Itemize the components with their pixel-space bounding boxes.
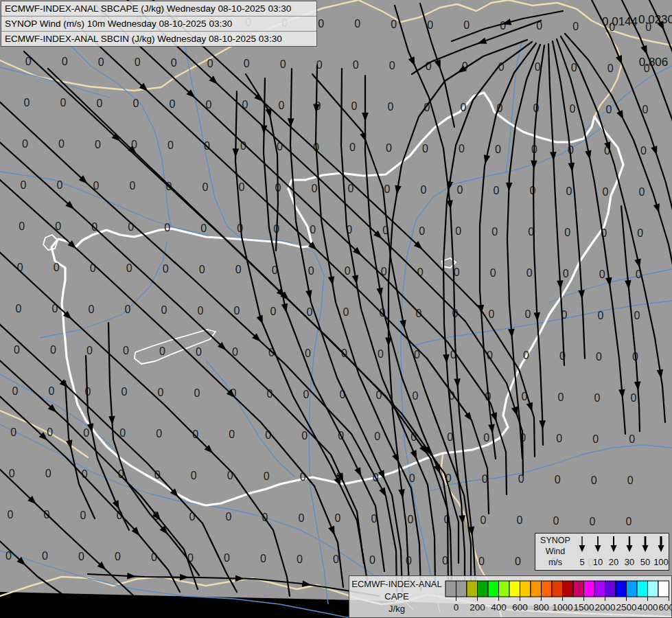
sbcin-grid-value: 0 — [500, 20, 506, 32]
map-title-line-2: SYNOP Wind (m/s) 10m Wednesday 08-10-202… — [1, 16, 316, 32]
wind-speed-arrow-icon — [627, 536, 633, 552]
sbcin-grid-value: 0 — [455, 225, 461, 237]
cape-legend-title-line: J/kg — [349, 603, 444, 615]
sbcin-grid-value: 0 — [523, 350, 529, 361]
cape-tick-label: 200 — [470, 602, 485, 613]
cape-color-swatch — [605, 581, 616, 597]
arrow-head — [579, 545, 586, 552]
cape-color-swatch — [658, 581, 669, 597]
sbcin-grid-value: 0 — [558, 391, 564, 403]
sbcin-grid-value: 0 — [169, 98, 175, 110]
cape-tick-label: 0 — [454, 602, 459, 613]
sbcin-grid-value: 0 — [161, 304, 167, 316]
sbcin-grid-value: 0 — [197, 305, 203, 317]
sbcin-grid-value: 0 — [200, 222, 207, 234]
sbcin-grid-value: 0 — [419, 225, 425, 237]
sbcin-grid-value: 0 — [225, 511, 231, 523]
sbcin-grid-value: 0 — [594, 392, 601, 404]
sbcin-grid-value: 0 — [566, 185, 572, 197]
sbcin-grid-value: 0 — [80, 510, 86, 521]
sbcin-grid-value: 0 — [164, 222, 170, 233]
sbcin-grid-value: 0 — [354, 18, 360, 30]
map-title-line-1: ECMWF-INDEX-ANAL SBCAPE (J/kg) Wednesday… — [1, 1, 316, 16]
cape-tick-label: 4000 — [637, 602, 658, 613]
cape-color-swatch — [509, 581, 520, 597]
sbcin-grid-value: 0 — [591, 474, 597, 486]
sbcin-grid-value: 0 — [124, 304, 130, 315]
station-value: 0.0230 — [638, 13, 672, 26]
sbcin-grid-value: 0 — [634, 310, 640, 321]
sbcin-grid-value: 0 — [596, 351, 602, 363]
sbcin-grid-value: 0 — [167, 139, 174, 151]
sbcin-grid-value: 0 — [459, 143, 465, 154]
sbcin-grid-value: 0 — [334, 512, 340, 524]
wind-speed-arrow-icon — [658, 536, 664, 552]
wind-speed-label: 20 — [609, 557, 618, 567]
sbcin-grid-value: 0 — [15, 303, 21, 314]
sbcin-grid-value: 0 — [572, 21, 579, 32]
sbcin-grid-value: 0 — [21, 179, 27, 191]
sbcin-grid-value: 0 — [515, 556, 521, 567]
sbcin-grid-value: 0 — [605, 104, 612, 115]
sbcin-grid-value: 0 — [422, 143, 428, 154]
cape-color-swatch — [520, 581, 531, 597]
sbcin-grid-value: 0 — [333, 553, 339, 565]
cape-color-swatch — [637, 581, 648, 597]
arrow-head — [595, 545, 601, 552]
sbcin-grid-value: 0 — [88, 304, 94, 315]
sbcin-grid-value: 0 — [597, 310, 603, 321]
sbcin-grid-value: 0 — [387, 101, 393, 113]
arrow-head — [611, 545, 617, 552]
sbcin-grid-value: 0 — [556, 433, 562, 444]
sbcin-grid-value: 0 — [121, 386, 128, 398]
station-value: 0.806 — [639, 56, 669, 69]
sbcin-grid-value: 0 — [96, 98, 102, 109]
sbcin-grid-value: 0 — [196, 346, 202, 358]
sbcin-grid-value: 0 — [589, 516, 595, 527]
sbcin-grid-value: 0 — [599, 268, 605, 280]
sbcin-grid-value: 0 — [12, 385, 19, 397]
sbcin-grid-value: 0 — [349, 141, 356, 153]
cape-legend-title: ECMWF-INDEX-ANALCAPEJ/kg — [349, 578, 444, 615]
sbcin-grid-value: 0 — [207, 58, 213, 69]
sbcin-grid-value: 0 — [555, 474, 561, 485]
sbcin-grid-value: 0 — [642, 104, 648, 115]
sbcin-grid-value: 0 — [50, 344, 56, 356]
sbcin-grid-value: 0 — [202, 181, 209, 193]
sbcin-grid-value: 0 — [159, 345, 165, 357]
sbcin-grid-value: 0 — [126, 262, 132, 274]
sbcin-grid-value: 0 — [516, 514, 522, 526]
sbcin-grid-value: 0 — [7, 509, 13, 520]
wind-speed-arrow-icon — [595, 536, 601, 552]
wind-speed-label: 50 — [640, 557, 650, 567]
sbcin-grid-value: 0 — [310, 224, 316, 236]
cape-legend-title-line: CAPE — [349, 591, 444, 603]
sbcin-grid-value: 0 — [239, 181, 245, 193]
sbcin-grid-value: 0 — [298, 512, 304, 524]
sbcin-grid-value: 0 — [569, 103, 575, 115]
cape-color-swatch — [648, 581, 659, 597]
sbcin-grid-value: 0 — [47, 426, 53, 438]
cape-color-swatch — [552, 581, 563, 597]
cape-tick-label: 1000 — [552, 602, 572, 613]
sbcin-grid-value: 0 — [353, 59, 359, 71]
sbcin-grid-value: 0 — [235, 264, 242, 275]
cape-color-swatch — [573, 581, 584, 597]
wind-legend-title-line: SYNOP — [535, 535, 575, 546]
sbcin-grid-value: 0 — [457, 184, 463, 196]
wind-speed-label: 30 — [625, 557, 634, 567]
sbcin-grid-value: 0 — [22, 138, 28, 150]
map-canvas: 0000000000000000000000000000000000000000… — [0, 0, 672, 618]
sbcin-grid-value: 0 — [483, 432, 489, 444]
sbcin-grid-value: 0 — [535, 61, 541, 73]
sbcin-grid-value: 0 — [42, 550, 48, 562]
sbcin-grid-value: 0 — [480, 514, 486, 526]
sbcin-grid-value: 0 — [374, 431, 380, 442]
arrow-head — [642, 545, 649, 552]
sbcin-grid-value: 0 — [389, 60, 395, 71]
sbcin-grid-value: 0 — [524, 308, 531, 320]
station-value: 0.0144 — [602, 15, 638, 28]
sbcin-grid-value: 0 — [625, 516, 632, 527]
cape-color-swatch — [488, 581, 499, 597]
sbcin-grid-value: 0 — [135, 56, 141, 68]
